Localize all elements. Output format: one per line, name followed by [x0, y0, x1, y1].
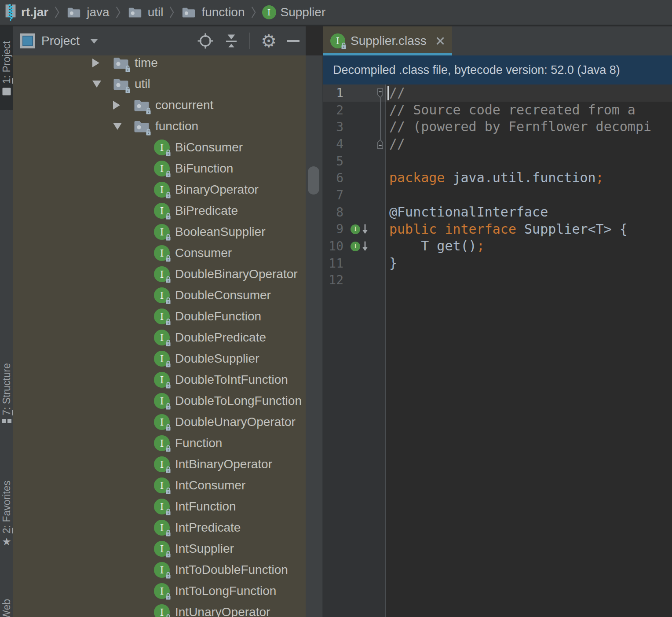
- fold-marker-icon[interactable]: [376, 88, 384, 98]
- tree-item-label: DoubleConsumer: [175, 288, 271, 302]
- tree-item-label: Function: [175, 436, 222, 450]
- tree-item-label: BiFunction: [175, 162, 233, 176]
- tree-item[interactable]: IIntFunction: [13, 496, 306, 517]
- tree-item[interactable]: IIntPredicate: [13, 517, 306, 538]
- lock-icon: [165, 466, 172, 474]
- scrollbar-thumb[interactable]: [308, 166, 319, 195]
- breadcrumb-item[interactable]: util: [127, 4, 164, 21]
- interface-icon: I: [154, 182, 170, 198]
- tree-item[interactable]: IIntUnaryOperator: [13, 602, 306, 617]
- lock-icon: [340, 42, 347, 50]
- project-panel: Project ⚙ timeutilconcurrentfunctionIBiC…: [13, 26, 306, 617]
- hide-panel-button[interactable]: [287, 40, 299, 42]
- tree-item[interactable]: IBooleanSupplier: [13, 221, 306, 242]
- stripe-tab-web[interactable]: Web: [0, 584, 13, 617]
- interface-icon: I: [154, 435, 170, 451]
- fold-slot: [374, 139, 386, 149]
- tree-item[interactable]: IDoubleFunction: [13, 306, 306, 327]
- line-number: 5: [323, 154, 348, 169]
- tree-item-label: BiConsumer: [175, 140, 243, 154]
- interface-icon: I: [154, 541, 170, 557]
- tree-item[interactable]: IDoubleUnaryOperator: [13, 411, 306, 433]
- stripe-tab--project[interactable]: 1: Project: [0, 26, 13, 110]
- implementation-arrow-icon[interactable]: [362, 241, 369, 252]
- tree-item[interactable]: IIntToLongFunction: [13, 580, 306, 602]
- tree-item[interactable]: IDoubleConsumer: [13, 285, 306, 306]
- lock-icon: [124, 65, 131, 73]
- interface-icon: I: [154, 266, 170, 282]
- tree-item[interactable]: IIntToDoubleFunction: [13, 559, 306, 580]
- chevron-right-icon[interactable]: [92, 59, 99, 67]
- tree-item-label: DoubleBinaryOperator: [175, 267, 298, 281]
- code-text: //: [386, 136, 672, 153]
- code-line: 5: [323, 153, 672, 170]
- chevron-right-icon[interactable]: [113, 101, 120, 110]
- chevron-down-icon[interactable]: [113, 123, 122, 130]
- collapse-all-button[interactable]: [224, 33, 239, 49]
- lock-icon: [165, 423, 172, 431]
- tree-item[interactable]: IBinaryOperator: [13, 179, 306, 200]
- interface-icon: I: [154, 287, 170, 303]
- chevron-down-icon: [90, 39, 98, 44]
- line-number: 1: [323, 86, 348, 100]
- tree-item[interactable]: IDoubleToIntFunction: [13, 369, 306, 390]
- breadcrumb-label: java: [87, 5, 109, 19]
- project-view-selector[interactable]: Project: [20, 33, 98, 48]
- implementation-arrow-icon[interactable]: [362, 224, 369, 235]
- chevron-right-icon: [55, 6, 59, 18]
- interface-icon: I: [154, 372, 170, 388]
- tree-item[interactable]: IBiPredicate: [13, 200, 306, 221]
- code-area[interactable]: 1//2// Source code recreated from a3// (…: [323, 84, 672, 617]
- interface-icon: I: [330, 33, 345, 48]
- tree-item-label: BiPredicate: [175, 204, 238, 218]
- code-text: //: [386, 84, 672, 102]
- tree-item[interactable]: IConsumer: [13, 242, 306, 264]
- breadcrumb-label: Supplier: [281, 5, 326, 19]
- code-line: 1//: [323, 84, 672, 102]
- panel-actions: ⚙: [197, 33, 299, 49]
- tree-item[interactable]: time: [13, 55, 306, 73]
- breadcrumb-item[interactable]: ISupplier: [262, 5, 326, 19]
- stripe-tab--favorites[interactable]: 2: Favorites★: [0, 455, 13, 573]
- breadcrumb-item[interactable]: function: [180, 4, 245, 21]
- tree-item[interactable]: function: [13, 116, 306, 137]
- minimize-icon: [287, 40, 299, 42]
- fold-marker-icon[interactable]: [376, 139, 384, 149]
- close-icon[interactable]: [435, 36, 445, 46]
- tree-item[interactable]: IIntSupplier: [13, 538, 306, 559]
- tree-item-label: DoubleToLongFunction: [175, 394, 302, 408]
- code-line: 6package java.util.function;: [323, 169, 672, 187]
- chevron-down-icon[interactable]: [92, 81, 101, 88]
- lock-icon: [165, 444, 172, 452]
- tree-item[interactable]: IDoubleToLongFunction: [13, 390, 306, 411]
- stripe-tab--structure[interactable]: 7: Structure: [0, 340, 13, 447]
- stripe-tab-label: 7: Structure: [1, 363, 13, 415]
- locate-file-button[interactable]: [197, 33, 213, 49]
- tree-item[interactable]: IDoubleBinaryOperator: [13, 264, 306, 285]
- lock-icon: [145, 107, 152, 115]
- tree-item[interactable]: IDoublePredicate: [13, 327, 306, 348]
- active-tab-underline: [323, 53, 452, 55]
- tree-item[interactable]: IIntBinaryOperator: [13, 454, 306, 475]
- chevron-right-icon: [169, 6, 174, 18]
- settings-button[interactable]: ⚙: [261, 33, 277, 49]
- breadcrumb-item[interactable]: java: [66, 4, 109, 21]
- editor-tab[interactable]: I Supplier.class: [323, 26, 452, 55]
- tree-item-label: BinaryOperator: [175, 183, 259, 197]
- tree-item[interactable]: concurrent: [13, 95, 306, 116]
- lock-icon: [165, 381, 172, 389]
- tree-item[interactable]: IFunction: [13, 433, 306, 454]
- breadcrumb-item[interactable]: rt.jar: [4, 4, 48, 21]
- code-line: 11}: [323, 255, 672, 272]
- tree-item[interactable]: IDoubleSupplier: [13, 348, 306, 369]
- code-line: 7: [323, 187, 672, 204]
- interface-icon: I: [154, 140, 170, 155]
- interface-icon: I: [154, 520, 170, 536]
- tree-item[interactable]: IIntConsumer: [13, 475, 306, 496]
- stripe-tab-label: 1: Project: [1, 41, 13, 84]
- tree-item[interactable]: IBiConsumer: [13, 137, 306, 158]
- tree-item[interactable]: util: [13, 73, 306, 95]
- folder-icon: [113, 55, 129, 71]
- breadcrumb-separator: [251, 6, 256, 18]
- tree-item[interactable]: IBiFunction: [13, 158, 306, 179]
